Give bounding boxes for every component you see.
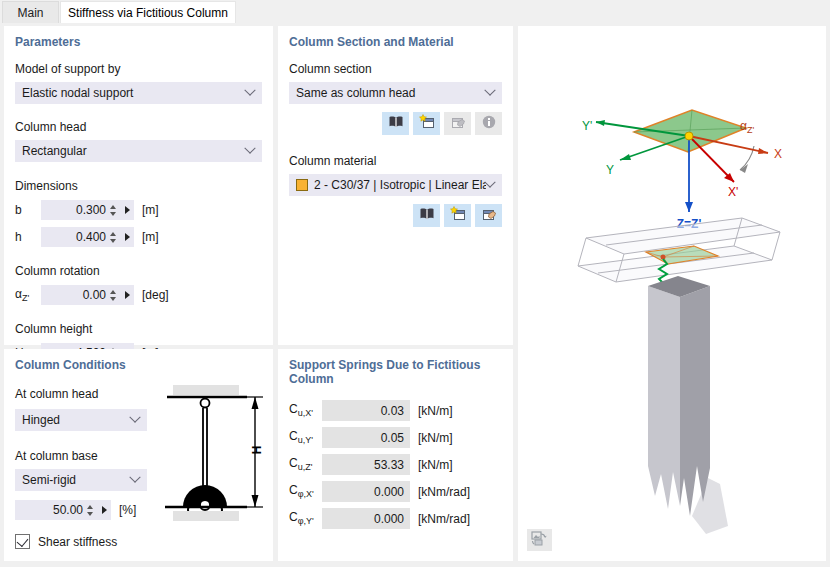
- column-head-label: Column head: [15, 120, 262, 134]
- section-new-button[interactable]: [413, 112, 440, 135]
- column-material-label: Column material: [289, 154, 502, 168]
- dimensions-label: Dimensions: [15, 179, 262, 193]
- detail-arrow-icon[interactable]: [125, 291, 130, 299]
- section-library-button[interactable]: [382, 112, 409, 135]
- spin-down-icon[interactable]: [110, 212, 116, 216]
- column-conditions-panel: Column Conditions At column head Hinged …: [4, 349, 273, 561]
- at-column-base-select[interactable]: Semi-rigid: [15, 469, 147, 491]
- spring-symbol: Cφ,X': [289, 483, 322, 499]
- axis-x-label: X: [774, 147, 782, 161]
- view-toggle-icon: [531, 531, 548, 550]
- model-of-support-label: Model of support by: [15, 62, 262, 76]
- base-stiffness-unit: [%]: [119, 503, 136, 517]
- base-stiffness-input[interactable]: 50.00: [15, 500, 111, 520]
- column-rotation-value: 0.00: [47, 288, 110, 302]
- section-toolbar: [289, 112, 502, 135]
- spin-down-icon[interactable]: [110, 297, 116, 301]
- column-3d-model: [522, 216, 822, 546]
- at-column-base-value: Semi-rigid: [22, 473, 131, 487]
- dimension-h-input[interactable]: 0.400: [41, 227, 134, 247]
- chevron-down-icon: [244, 143, 255, 154]
- new-item-icon: [450, 206, 466, 225]
- rotation-angle-label: αZ': [740, 119, 754, 135]
- spin-up-icon[interactable]: [87, 505, 93, 509]
- dimension-b-value: 0.300: [47, 203, 110, 217]
- axis-y-local-label: Y': [582, 119, 592, 133]
- detail-arrow-icon[interactable]: [102, 506, 107, 514]
- material-new-button[interactable]: [444, 204, 471, 227]
- parameters-title: Parameters: [15, 35, 262, 49]
- material-color-swatch: [296, 179, 308, 191]
- shear-stiffness-label: Shear stiffness: [38, 535, 117, 549]
- tab-bar: Main Stiffness via Fictitious Column: [0, 0, 830, 23]
- spin-down-icon[interactable]: [87, 512, 93, 516]
- spring-unit: [kN/m]: [418, 431, 453, 445]
- detail-arrow-icon[interactable]: [125, 206, 130, 214]
- column-conditions-title: Column Conditions: [15, 358, 262, 372]
- info-icon: [481, 114, 497, 133]
- column-head-select[interactable]: Rectangular: [15, 140, 262, 162]
- column-rotation-label: Column rotation: [15, 264, 262, 278]
- dimension-h-unit: [m]: [142, 230, 159, 244]
- view-toggle-button[interactable]: [527, 529, 552, 551]
- spin-down-icon[interactable]: [110, 239, 116, 243]
- column-scheme-diagram: H: [155, 381, 267, 532]
- base-stiffness-value: 50.00: [21, 503, 87, 517]
- support-springs-title: Support Springs Due to Fictitious Column: [289, 358, 502, 386]
- column-head-value: Rectangular: [22, 144, 246, 158]
- diagram-height-label: H: [250, 446, 264, 455]
- section-material-panel: Column Section and Material Column secti…: [278, 26, 513, 345]
- chevron-down-icon: [244, 85, 255, 96]
- spring-row: Cφ,Y' 0.000 [kNm/rad]: [289, 508, 502, 529]
- column-material-select[interactable]: 2 - C30/37 | Isotropic | Linear Elastic: [289, 174, 502, 196]
- section-edit-button[interactable]: [444, 112, 471, 135]
- library-book-icon: [388, 114, 404, 133]
- at-column-head-select[interactable]: Hinged: [15, 409, 147, 431]
- spring-symbol: Cu,Z': [289, 456, 322, 472]
- spring-symbol: Cφ,Y': [289, 510, 322, 526]
- chevron-down-icon: [484, 177, 495, 188]
- spring-row: Cu,Y' 0.05 [kN/m]: [289, 427, 502, 448]
- chevron-down-icon: [129, 412, 140, 423]
- spring-symbol: Cu,Y': [289, 429, 322, 445]
- edit-icon: [450, 114, 466, 133]
- spring-value-field: 0.000: [322, 508, 410, 529]
- spring-value-field: 0.000: [322, 481, 410, 502]
- spin-up-icon[interactable]: [110, 232, 116, 236]
- spin-up-icon[interactable]: [110, 205, 116, 209]
- column-rotation-input[interactable]: 0.00: [41, 285, 134, 305]
- dimension-b-symbol: b: [15, 203, 41, 217]
- column-section-select[interactable]: Same as column head: [289, 82, 502, 104]
- spring-symbol: Cu,X': [289, 402, 322, 418]
- spring-value-field: 0.03: [322, 400, 410, 421]
- tab-stiffness-via-fictitious-column[interactable]: Stiffness via Fictitious Column: [60, 1, 236, 23]
- graphic-panel: Y' Y X X' Z=Z' αZ': [518, 26, 826, 561]
- spring-row: Cu,Z' 53.33 [kN/m]: [289, 454, 502, 475]
- dimension-b-unit: [m]: [142, 203, 159, 217]
- chevron-down-icon: [129, 472, 140, 483]
- axis-x-local-label: X': [728, 185, 738, 199]
- model-of-support-select[interactable]: Elastic nodal support: [15, 82, 262, 104]
- material-library-button[interactable]: [413, 204, 440, 227]
- column-rotation-symbol: αZ': [15, 287, 41, 303]
- spring-row: Cu,X' 0.03 [kN/m]: [289, 400, 502, 421]
- shear-stiffness-row: Shear stiffness: [15, 534, 262, 549]
- spring-value-field: 0.05: [322, 427, 410, 448]
- at-column-head-value: Hinged: [22, 413, 131, 427]
- support-springs-panel: Support Springs Due to Fictitious Column…: [278, 349, 513, 561]
- tab-main[interactable]: Main: [2, 1, 59, 23]
- edit-icon: [481, 206, 497, 225]
- shear-stiffness-checkbox[interactable]: [15, 534, 30, 549]
- axis-y-label: Y: [606, 163, 614, 177]
- spring-unit: [kN/m]: [418, 404, 453, 418]
- section-info-button[interactable]: [475, 112, 502, 135]
- model-of-support-value: Elastic nodal support: [22, 86, 246, 100]
- column-section-label: Column section: [289, 62, 502, 76]
- spring-unit: [kNm/rad]: [418, 512, 470, 526]
- material-edit-button[interactable]: [475, 204, 502, 227]
- column-section-value: Same as column head: [296, 86, 486, 100]
- spin-up-icon[interactable]: [110, 290, 116, 294]
- dimension-b-input[interactable]: 0.300: [41, 200, 134, 220]
- detail-arrow-icon[interactable]: [125, 233, 130, 241]
- dimension-h-value: 0.400: [47, 230, 110, 244]
